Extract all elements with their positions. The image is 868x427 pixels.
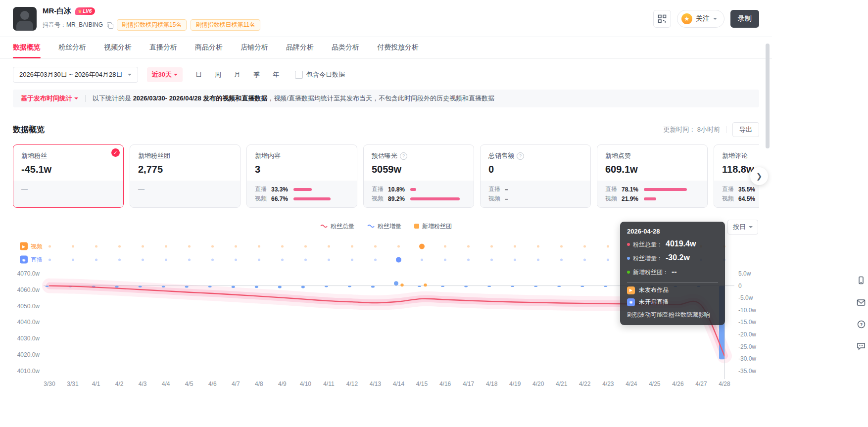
y-axis-label-left: 4010.0w: [7, 368, 40, 375]
tooltip-series-row: 新增粉丝团：--: [627, 267, 718, 277]
tab-item[interactable]: 店铺分析: [241, 37, 268, 58]
metric-card[interactable]: 预估曝光?5059w直播10.8%视频89.2%: [363, 144, 474, 208]
day-dot: [444, 245, 446, 247]
metric-value: 2,775: [138, 164, 232, 175]
tab-item[interactable]: 视频分析: [104, 37, 132, 58]
tooltip-series-row: 粉丝增量：-30.2w: [627, 253, 718, 263]
y-axis-label-right: -35.0w: [738, 368, 756, 375]
x-axis-label: 4/25: [643, 380, 667, 387]
chevron-down-icon: [74, 97, 78, 101]
legend-item[interactable]: 新增粉丝团: [414, 222, 452, 231]
export-button[interactable]: 导出: [732, 122, 759, 137]
include-today-checkbox[interactable]: [295, 71, 303, 79]
publish-day-dot: [419, 243, 425, 249]
period-option[interactable]: 周: [215, 70, 221, 79]
metric-split-live: 直播–: [488, 185, 582, 194]
day-dot: [490, 245, 493, 247]
metric-card[interactable]: 总销售额?0直播–视频–: [480, 144, 591, 208]
qrcode-button[interactable]: [653, 10, 671, 28]
metric-split-video: 视频–: [488, 194, 582, 203]
x-axis-label: 4/28: [713, 380, 736, 387]
crown-icon: ♛: [78, 9, 82, 14]
help-icon[interactable]: ?: [857, 320, 866, 329]
mobile-icon[interactable]: [857, 276, 866, 285]
date-range-picker[interactable]: 2026年03月30日 ~ 2026年04月28日: [13, 67, 138, 83]
y-axis-label-left: 4020.0w: [7, 351, 40, 358]
follow-button[interactable]: ★ 关注: [677, 10, 724, 28]
chevron-down-icon: [713, 18, 717, 22]
granularity-select[interactable]: 按日: [727, 220, 758, 235]
period-option[interactable]: 日: [195, 70, 202, 79]
live-icon: ◉: [20, 256, 28, 264]
metric-card[interactable]: 新增粉丝团2,775—: [130, 144, 241, 208]
split-bar: [410, 188, 416, 191]
help-icon[interactable]: ?: [517, 152, 524, 160]
metric-card[interactable]: 新增内容3直播33.3%视频66.7%: [246, 144, 357, 208]
metric-label: 新增评论: [722, 151, 759, 160]
cards-next-button[interactable]: ❯: [750, 167, 768, 185]
metric-split-video: 视频89.2%: [372, 194, 466, 203]
tab-item[interactable]: 付费投放分析: [377, 37, 419, 58]
chevron-down-icon: [128, 74, 132, 78]
x-axis-label: 4/14: [387, 380, 411, 387]
record-button[interactable]: 录制: [730, 10, 759, 28]
x-axis-label: 4/1: [84, 380, 108, 387]
metric-card[interactable]: ✓新增粉丝-45.1w—: [13, 144, 124, 208]
metric-value: 5059w: [372, 164, 466, 175]
tab-item[interactable]: 粉丝分析: [58, 37, 86, 58]
series-dot-icon: [627, 243, 630, 246]
day-dot: [95, 245, 97, 247]
day-dot: [304, 245, 307, 247]
metric-split-live: 直播33.3%: [255, 185, 349, 194]
period-option[interactable]: 年: [273, 70, 279, 79]
day-dot: [537, 245, 539, 247]
divider: [726, 126, 726, 133]
x-axis-label: 4/2: [107, 380, 131, 387]
day-dot: [467, 245, 470, 247]
day-dot: [583, 258, 586, 261]
follow-label: 关注: [696, 14, 710, 23]
tab-item[interactable]: 数据概览: [13, 37, 41, 58]
legend-item[interactable]: 粉丝增量: [367, 222, 401, 231]
publish-day-dot: [396, 257, 401, 262]
qrcode-icon: [658, 14, 667, 23]
period-option[interactable]: 月: [234, 70, 241, 79]
period-option[interactable]: 季: [253, 70, 260, 79]
scrollbar-thumb[interactable]: [766, 44, 770, 148]
tab-item[interactable]: 商品分析: [195, 37, 223, 58]
x-axis: 3/303/314/14/24/34/44/54/64/74/84/94/104…: [0, 378, 772, 390]
day-dot: [514, 245, 516, 247]
metric-split-video: 视频66.7%: [255, 194, 349, 203]
tab-item[interactable]: 直播分析: [149, 37, 177, 58]
x-axis-label: 4/11: [317, 380, 340, 387]
live-icon: ◉: [627, 298, 635, 306]
mail-icon[interactable]: [857, 298, 866, 307]
metric-label: 新增粉丝团: [138, 151, 232, 160]
x-axis-label: 4/8: [247, 380, 271, 387]
quick-range-select[interactable]: 近30天: [147, 67, 183, 82]
x-axis-label: 4/27: [689, 380, 713, 387]
header-actions: ★ 关注 录制: [653, 10, 759, 28]
divider: [627, 282, 718, 283]
metric-card[interactable]: 新增点赞609.1w直播78.1%视频21.9%: [597, 144, 708, 208]
split-bar: [644, 197, 656, 200]
day-dot: [258, 258, 260, 261]
video-row-label: ▶视频: [20, 242, 43, 250]
day-dot: [374, 258, 377, 261]
x-axis-label: 4/7: [224, 380, 247, 387]
day-dot: [490, 258, 493, 261]
chat-icon[interactable]: [857, 341, 866, 350]
tab-item[interactable]: 品牌分析: [286, 37, 314, 58]
y-axis-label-right: -5.0w: [738, 294, 753, 301]
section-title: 数据概览: [13, 125, 45, 135]
legend-item[interactable]: 粉丝总量: [320, 222, 354, 231]
split-bar: [644, 188, 687, 191]
avatar: [13, 7, 37, 31]
day-dot: [607, 245, 609, 247]
day-dot: [235, 245, 237, 247]
selected-check-icon: ✓: [111, 148, 120, 157]
tab-item[interactable]: 品类分析: [332, 37, 359, 58]
help-icon[interactable]: ?: [400, 152, 407, 160]
stat-mode-select[interactable]: 基于发布时间统计: [21, 94, 78, 103]
copy-icon[interactable]: [107, 22, 113, 28]
